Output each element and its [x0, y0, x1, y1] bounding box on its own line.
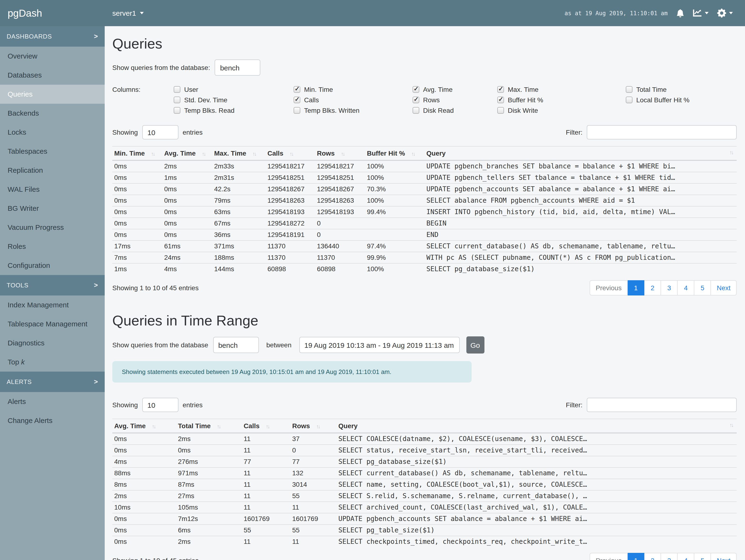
pagination-page-3[interactable]: 3 [661, 553, 678, 560]
checkbox-user[interactable]: User [174, 84, 294, 95]
query-link[interactable]: END [424, 229, 737, 240]
notifications-button[interactable] [676, 9, 684, 18]
sidebar-item-databases[interactable]: Databases [0, 66, 105, 85]
query-link[interactable]: UPDATE pgbench_accounts SET abalance = a… [424, 184, 737, 195]
checkbox-box[interactable] [497, 97, 504, 103]
sidebar-item-backends[interactable]: Backends [0, 104, 105, 123]
column-header-buffer-hit[interactable]: Buffer Hit %↑↓ [365, 146, 424, 160]
brand-logo[interactable]: pgDash [0, 7, 105, 19]
sidebar-item-overview[interactable]: Overview [0, 46, 105, 66]
server-selector[interactable]: server1 [112, 9, 144, 17]
checkbox-box[interactable] [294, 86, 300, 93]
query-link[interactable]: INSERT INTO pgbench_history (tid, bid, a… [424, 206, 737, 218]
pagination-page-5[interactable]: 5 [694, 280, 711, 295]
checkbox-box[interactable] [294, 107, 300, 114]
query-link[interactable]: UPDATE pgbench_accounts SET abalance = a… [336, 513, 737, 525]
checkbox-box[interactable] [413, 107, 419, 114]
sidebar-item-top-k[interactable]: Top k [0, 353, 105, 371]
sidebar-section-dashboards[interactable]: DASHBOARDS> [0, 26, 105, 46]
query-link[interactable]: SELECT name, setting, COALESCE(boot_val,… [336, 479, 737, 490]
sort-icon[interactable]: ↑↓ [152, 423, 155, 429]
sidebar-item-index-management[interactable]: Index Management [0, 295, 105, 315]
charts-menu-button[interactable] [693, 9, 709, 17]
column-header-max-time[interactable]: Max. Time↑↓ [212, 146, 265, 160]
column-header-avg-time[interactable]: Avg. Time↑↓ [112, 419, 176, 433]
pagination-page-1[interactable]: 1 [628, 280, 644, 295]
sidebar-item-roles[interactable]: Roles [0, 237, 105, 256]
pagination-page-2[interactable]: 2 [644, 553, 661, 560]
sort-icon[interactable]: ↑↓ [730, 150, 733, 155]
query-link[interactable]: SELECT pg_table_size($1) [336, 525, 737, 536]
pagination-next[interactable]: Next [711, 553, 737, 560]
query-link[interactable]: SELECT COALESCE(datname, $2), COALESCE(u… [336, 433, 737, 444]
checkbox-box[interactable] [413, 86, 419, 93]
sidebar-item-bg-writer[interactable]: BG Writer [0, 199, 105, 218]
pagination-next[interactable]: Next [711, 280, 737, 295]
pagination-page-2[interactable]: 2 [644, 280, 661, 295]
sort-icon[interactable]: ↑↓ [266, 423, 269, 429]
pagination-page-1[interactable]: 1 [628, 553, 644, 560]
query-link[interactable]: SELECT status, receive_start_lsn, receiv… [336, 444, 737, 456]
go-button[interactable]: Go [466, 336, 484, 354]
checkbox-total-time[interactable]: Total Time [626, 84, 737, 95]
sidebar-item-tablespace-management[interactable]: Tablespace Management [0, 315, 105, 333]
column-header-calls[interactable]: Calls↑↓ [265, 146, 315, 160]
sort-icon[interactable]: ↑↓ [411, 151, 415, 157]
filter-input[interactable] [587, 398, 737, 412]
column-header-min-time[interactable]: Min. Time↑↓ [112, 146, 162, 160]
sidebar-item-locks[interactable]: Locks [0, 123, 105, 142]
pagination-page-5[interactable]: 5 [694, 553, 711, 560]
sidebar-section-alerts[interactable]: ALERTS> [0, 371, 105, 392]
date-range-input[interactable] [299, 337, 459, 353]
settings-menu-button[interactable] [717, 8, 733, 18]
page-size-input[interactable] [142, 398, 178, 412]
checkbox-box[interactable] [174, 107, 181, 114]
checkbox-disk-read[interactable]: Disk Read [413, 105, 497, 116]
query-link[interactable]: UPDATE pgbench_branches SET bbalance = b… [424, 160, 737, 172]
checkbox-temp-blks-read[interactable]: Temp Blks. Read [174, 105, 294, 116]
query-link[interactable]: SELECT pg_database_size($1) [336, 456, 737, 467]
checkbox-buffer-hit[interactable]: Buffer Hit % [497, 95, 626, 105]
checkbox-box[interactable] [174, 97, 181, 103]
checkbox-box[interactable] [174, 86, 181, 93]
column-header-rows[interactable]: Rows↑↓ [315, 146, 365, 160]
sidebar-item-wal-files[interactable]: WAL Files [0, 180, 105, 199]
query-link[interactable]: SELECT archived_count, COALESCE(last_arc… [336, 502, 737, 513]
checkbox-std-dev-time[interactable]: Std. Dev. Time [174, 95, 294, 105]
query-link[interactable]: SELECT checkpoints_timed, checkpoints_re… [336, 536, 737, 547]
query-link[interactable]: WITH pc AS (SELECT pubname, COUNT(*) AS … [424, 252, 737, 263]
pagination-previous[interactable]: Previous [589, 280, 628, 295]
checkbox-box[interactable] [626, 86, 633, 93]
pagination-page-4[interactable]: 4 [678, 280, 694, 295]
time-range-database-input[interactable] [213, 337, 259, 353]
pagination-page-3[interactable]: 3 [661, 280, 678, 295]
sidebar-section-tools[interactable]: TOOLS> [0, 275, 105, 295]
checkbox-box[interactable] [294, 97, 300, 103]
column-header-query[interactable]: Query↑↓ [336, 419, 737, 433]
checkbox-box[interactable] [626, 97, 633, 103]
query-link[interactable]: SELECT current_database() AS db, scheman… [336, 467, 737, 479]
sidebar-item-diagnostics[interactable]: Diagnostics [0, 333, 105, 353]
checkbox-rows[interactable]: Rows [413, 95, 497, 105]
column-header-total-time[interactable]: Total Time↑↓ [176, 419, 242, 433]
checkbox-box[interactable] [497, 86, 504, 93]
sidebar-item-tablespaces[interactable]: Tablespaces [0, 142, 105, 161]
filter-input[interactable] [587, 125, 737, 139]
checkbox-max-time[interactable]: Max. Time [497, 84, 626, 95]
column-header-calls[interactable]: Calls↑↓ [242, 419, 290, 433]
sort-icon[interactable]: ↑↓ [217, 423, 220, 429]
query-link[interactable]: UPDATE pgbench_tellers SET tbalance = tb… [424, 172, 737, 184]
checkbox-disk-write[interactable]: Disk Write [497, 105, 626, 116]
sidebar-item-replication[interactable]: Replication [0, 161, 105, 180]
sort-icon[interactable]: ↑↓ [730, 422, 733, 428]
checkbox-temp-blks-written[interactable]: Temp Blks. Written [294, 105, 413, 116]
column-header-rows[interactable]: Rows↑↓ [290, 419, 336, 433]
query-link[interactable]: SELECT abalance FROM pgbench_accounts WH… [424, 195, 737, 206]
sidebar-item-configuration[interactable]: Configuration [0, 256, 105, 275]
database-input[interactable] [215, 60, 261, 76]
checkbox-calls[interactable]: Calls [294, 95, 413, 105]
pagination-page-4[interactable]: 4 [678, 553, 694, 560]
sidebar-item-vacuum-progress[interactable]: Vacuum Progress [0, 218, 105, 237]
sort-icon[interactable]: ↑↓ [341, 151, 344, 157]
sort-icon[interactable]: ↑↓ [290, 151, 293, 157]
